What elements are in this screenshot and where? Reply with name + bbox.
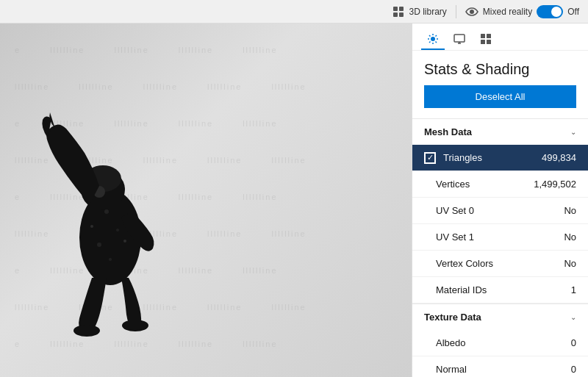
- svg-rect-29: [481, 34, 485, 38]
- vertices-value: 1,499,502: [534, 179, 576, 190]
- svg-point-11: [104, 209, 109, 214]
- svg-rect-31: [481, 40, 485, 44]
- texture-data-section-header[interactable]: Texture Data ⌄: [412, 304, 588, 330]
- right-panel: Stats & Shading Deselect All Mesh Data ⌄…: [412, 24, 588, 377]
- mesh-data-section-header[interactable]: Mesh Data ⌄: [412, 118, 588, 145]
- normal-value: 0: [571, 364, 576, 375]
- vertex-colors-value: No: [564, 258, 576, 269]
- svg-point-17: [431, 37, 435, 41]
- mixed-reality-icon: [465, 5, 478, 18]
- tab-screen[interactable]: [448, 29, 471, 50]
- svg-point-10: [122, 320, 148, 331]
- svg-line-24: [436, 35, 437, 37]
- triangles-checkbox[interactable]: ✓: [424, 152, 436, 164]
- svg-point-12: [116, 229, 119, 231]
- library-label: 3D library: [409, 7, 446, 17]
- svg-rect-26: [454, 35, 465, 42]
- vertex-colors-label: Vertex Colors: [436, 258, 564, 269]
- svg-rect-1: [399, 7, 404, 11]
- off-label: Off: [567, 7, 579, 17]
- svg-point-16: [123, 240, 126, 243]
- svg-point-9: [74, 325, 100, 337]
- material-ids-row: Material IDs 1: [412, 277, 588, 304]
- mixed-reality-label: Mixed reality: [483, 7, 532, 17]
- svg-line-22: [429, 35, 431, 37]
- toolbar-divider: [456, 5, 456, 18]
- uv-set-0-value: No: [564, 205, 576, 216]
- panel-tabs: [412, 24, 588, 51]
- tab-sun[interactable]: [421, 29, 445, 50]
- svg-point-13: [97, 243, 101, 247]
- svg-rect-3: [399, 12, 404, 17]
- model-figure: [37, 83, 184, 333]
- main-toolbar: 3D library Mixed reality Off: [0, 0, 588, 24]
- vertices-label: Vertices: [436, 179, 534, 190]
- svg-point-4: [470, 10, 474, 14]
- uv-set-1-label: UV Set 1: [436, 231, 564, 243]
- normal-label: Normal: [436, 364, 571, 375]
- texture-data-chevron: ⌄: [570, 313, 576, 321]
- albedo-label: Albedo: [436, 337, 571, 348]
- uv-set-1-row: UV Set 1 No: [412, 224, 588, 251]
- panel-title: Stats & Shading: [412, 51, 588, 85]
- svg-rect-2: [393, 12, 398, 17]
- normal-row: Normal 0: [412, 356, 588, 377]
- svg-rect-32: [487, 40, 491, 44]
- material-ids-value: 1: [571, 284, 576, 295]
- triangles-row[interactable]: ✓ Triangles 499,834: [412, 145, 588, 171]
- triangles-value: 499,834: [542, 152, 576, 163]
- uv-set-0-row: UV Set 0 No: [412, 198, 588, 224]
- tab-grid[interactable]: [474, 29, 498, 50]
- uv-set-0-label: UV Set 0: [436, 205, 564, 216]
- albedo-row: Albedo 0: [412, 330, 588, 356]
- svg-point-15: [90, 225, 93, 228]
- svg-rect-30: [487, 34, 491, 38]
- triangles-label: Triangles: [443, 152, 542, 163]
- mesh-data-label: Mesh Data: [424, 126, 472, 137]
- mixed-reality-section: Mixed reality Off: [465, 5, 579, 18]
- checkbox-check-icon: ✓: [427, 153, 434, 162]
- mixed-reality-toggle[interactable]: [537, 5, 563, 18]
- 3d-viewport[interactable]: e lllllline lllllline lllllline llllllin…: [0, 24, 412, 377]
- vertices-row: Vertices 1,499,502: [412, 171, 588, 198]
- vertex-colors-row: Vertex Colors No: [412, 251, 588, 277]
- library-section: 3D library: [392, 5, 446, 18]
- main-content: e lllllline lllllline lllllline llllllin…: [0, 24, 588, 377]
- toggle-thumb: [551, 7, 562, 17]
- svg-line-25: [429, 42, 431, 43]
- mesh-data-chevron: ⌄: [570, 128, 576, 136]
- texture-data-label: Texture Data: [424, 312, 481, 323]
- svg-line-23: [436, 42, 437, 43]
- deselect-all-button[interactable]: Deselect All: [424, 85, 576, 108]
- svg-point-14: [109, 258, 112, 261]
- 3d-library-icon: [392, 5, 405, 18]
- svg-rect-0: [393, 7, 398, 11]
- uv-set-1-value: No: [564, 231, 576, 243]
- albedo-value: 0: [571, 337, 576, 348]
- material-ids-label: Material IDs: [436, 284, 571, 295]
